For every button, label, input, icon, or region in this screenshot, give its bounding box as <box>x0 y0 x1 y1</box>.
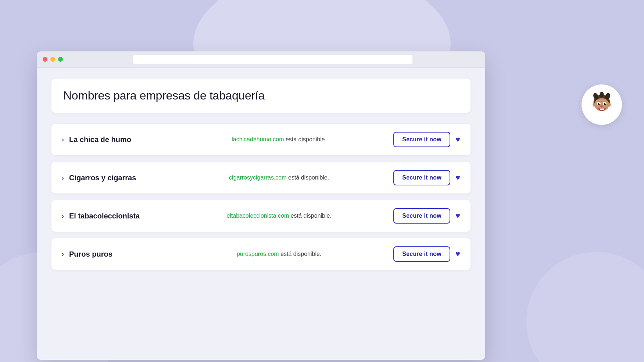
svg-point-2 <box>600 92 604 98</box>
result-name: Puros puros <box>69 250 165 258</box>
domain-link[interactable]: eltabacoleccionista.com <box>226 213 289 219</box>
domain-available-text: está disponible. <box>284 136 326 142</box>
domain-link[interactable]: purospuros.com <box>237 251 279 257</box>
domain-available-text: está disponible. <box>279 251 322 257</box>
domain-available-text: está disponible. <box>289 213 332 219</box>
result-actions: Secure it now ♥ <box>393 132 460 147</box>
traffic-light-red[interactable] <box>43 57 47 62</box>
favorite-icon[interactable]: ♥ <box>455 211 460 221</box>
result-domain: cigarrosycigarras.com está disponible. <box>165 174 393 181</box>
svg-rect-13 <box>602 108 604 110</box>
chevron-right-icon[interactable]: › <box>62 174 64 182</box>
result-domain: lachicadehumo.com está disponible. <box>165 136 393 143</box>
result-item: › El tabacoleccionista eltabacoleccionis… <box>51 200 471 232</box>
chevron-right-icon[interactable]: › <box>62 250 64 258</box>
mascot-icon <box>587 90 616 119</box>
svg-point-15 <box>608 102 611 106</box>
result-actions: Secure it now ♥ <box>393 208 460 224</box>
result-item: › Puros puros purospuros.com está dispon… <box>51 238 471 270</box>
svg-rect-12 <box>600 108 602 110</box>
result-actions: Secure it now ♥ <box>393 170 460 185</box>
result-name: Cigarros y cigarras <box>69 174 165 182</box>
result-domain: purospuros.com está disponible. <box>165 251 393 257</box>
chevron-right-icon[interactable]: › <box>62 212 64 220</box>
favorite-icon[interactable]: ♥ <box>455 249 460 259</box>
svg-point-14 <box>593 102 595 106</box>
svg-point-11 <box>600 105 603 108</box>
favorite-icon[interactable]: ♥ <box>455 135 460 144</box>
browser-window: Nombres para empresas de tabaquería › La… <box>37 51 485 360</box>
domain-link[interactable]: cigarrosycigarras.com <box>229 174 286 181</box>
traffic-light-green[interactable] <box>58 57 63 62</box>
secure-button[interactable]: Secure it now <box>393 246 450 262</box>
favorite-icon[interactable]: ♥ <box>455 173 460 182</box>
browser-titlebar <box>37 51 485 68</box>
result-item: › La chica de humo lachicadehumo.com est… <box>51 124 471 155</box>
address-bar[interactable] <box>133 55 412 64</box>
result-actions: Secure it now ♥ <box>393 246 460 262</box>
domain-link[interactable]: lachicadehumo.com <box>232 136 284 142</box>
svg-point-9 <box>599 103 600 104</box>
browser-content: Nombres para empresas de tabaquería › La… <box>37 68 485 360</box>
search-title: Nombres para empresas de tabaquería <box>63 89 459 102</box>
svg-point-10 <box>605 103 605 104</box>
secure-button[interactable]: Secure it now <box>393 170 450 185</box>
search-box: Nombres para empresas de tabaquería <box>51 79 471 113</box>
secure-button[interactable]: Secure it now <box>393 132 450 147</box>
chevron-right-icon[interactable]: › <box>62 136 64 144</box>
result-item: › Cigarros y cigarras cigarrosycigarras.… <box>51 162 471 193</box>
result-name: La chica de humo <box>69 135 165 144</box>
mascot-avatar <box>582 84 622 125</box>
domain-available-text: está disponible. <box>287 174 329 181</box>
secure-button[interactable]: Secure it now <box>393 208 450 224</box>
traffic-light-yellow[interactable] <box>50 57 55 62</box>
result-name: El tabacoleccionista <box>69 212 165 220</box>
bg-blob-bottom-right <box>526 252 644 362</box>
result-domain: eltabacoleccionista.com está disponible. <box>165 213 393 219</box>
